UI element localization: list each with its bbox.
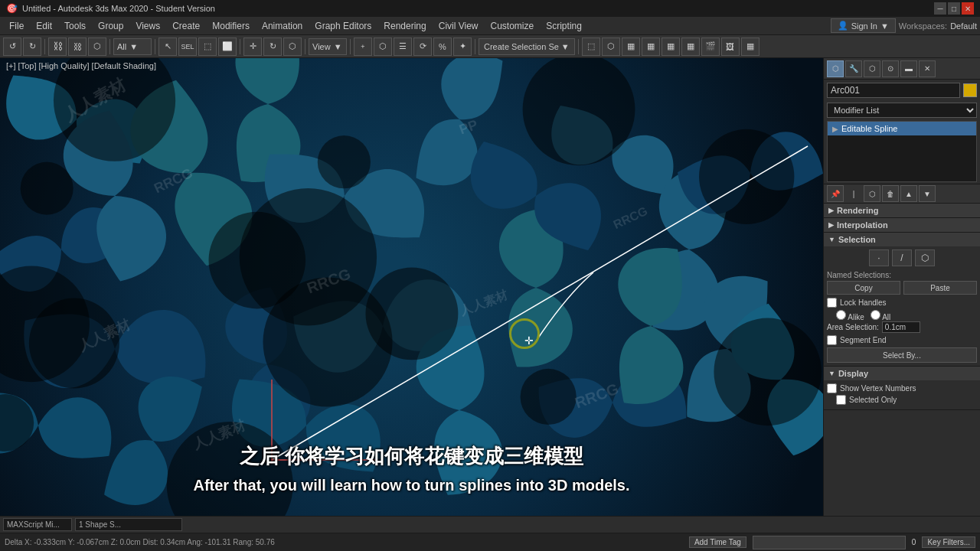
object-name-row [824, 80, 980, 101]
display2-button[interactable]: ▦ [642, 37, 660, 56]
toolbar-separator-7 [475, 39, 475, 54]
panel-icon-hierarchy[interactable]: ⬡ [864, 60, 880, 77]
sub-icon-config[interactable]: ⬡ [864, 185, 880, 202]
menu-tools[interactable]: Tools [58, 17, 92, 35]
pivot-button[interactable]: + [354, 37, 372, 56]
create-selection-button[interactable]: Create Selection Se ▼ [479, 38, 575, 55]
snap-button[interactable]: ✦ [453, 37, 472, 56]
maximize-button[interactable]: □ [948, 2, 960, 15]
sub-icon-delete[interactable]: 🗑 [882, 185, 899, 202]
menu-group[interactable]: Group [92, 17, 129, 35]
named-selections-row: Named Selections: Copy Paste [827, 271, 977, 295]
select-by-button[interactable]: Select By... [827, 347, 977, 363]
ref-button[interactable]: ☰ [394, 37, 412, 56]
panel-icon-modify[interactable]: 🔧 [845, 60, 862, 77]
panel-icon-motion[interactable]: ⊙ [882, 60, 899, 77]
paste-button[interactable]: Paste [903, 281, 977, 295]
bind-button[interactable]: ⬡ [88, 37, 106, 56]
menu-bar: File Edit Tools Group Views Create Modif… [0, 17, 980, 35]
filter-dropdown[interactable]: All ▼ [113, 38, 152, 55]
view-dropdown[interactable]: View ▼ [309, 38, 347, 55]
scale-button[interactable]: ⬡ [283, 37, 302, 56]
selection-header[interactable]: ▼ Selection [824, 233, 980, 246]
alike-radio[interactable] [836, 310, 846, 320]
area-selection-input[interactable] [882, 321, 920, 333]
add-time-tag-button[interactable]: Add Time Tag [689, 536, 746, 548]
display4-button[interactable]: ▦ [681, 37, 700, 56]
object-name-input[interactable] [827, 83, 960, 98]
display3-button[interactable]: ▦ [662, 37, 680, 56]
menu-scripting[interactable]: Scripting [540, 17, 588, 35]
viewport[interactable]: ✛ [+] [Top] [High Quality] [Default Shad… [0, 58, 823, 516]
redo-button[interactable]: ↻ [23, 37, 41, 56]
menu-animation[interactable]: Animation [256, 17, 309, 35]
title-bar-controls: ─ □ ✕ [934, 2, 974, 15]
region-select-button[interactable]: ⬚ [198, 37, 217, 56]
angle-button[interactable]: ⟳ [413, 37, 432, 56]
modifier-editable-spline[interactable]: ▶ Editable Spline [828, 122, 976, 135]
show-vertex-checkbox[interactable] [827, 383, 837, 393]
sel-icon-spline[interactable]: ⬡ [915, 249, 935, 266]
area-selection-label: Area Selection: [827, 323, 879, 331]
display-label: Display [838, 369, 868, 378]
sub-icon-pin[interactable]: 📌 [827, 185, 844, 202]
menu-file[interactable]: File [3, 17, 30, 35]
select-button[interactable]: ↖ [158, 37, 177, 56]
menu-modifiers[interactable]: Modifiers [206, 17, 256, 35]
right-panel: ⬡ 🔧 ⬡ ⊙ ▬ ✕ Modifier List ▶ Editable Spl… [823, 58, 980, 516]
interpolation-header[interactable]: ▶ Interpolation [824, 218, 980, 232]
panel-icon-create[interactable]: ⬡ [827, 60, 844, 77]
sub-icon-up[interactable]: ▲ [900, 185, 917, 202]
all-radio[interactable] [871, 310, 880, 320]
panel-icon-utilities[interactable]: ✕ [919, 60, 936, 77]
copy-button[interactable]: Copy [827, 281, 900, 295]
bottom-bar: MAXScript Mi... 1 Shape S... [0, 516, 980, 533]
display-section-header[interactable]: ▼ Display [824, 367, 980, 380]
object-color-swatch[interactable] [963, 83, 977, 97]
sel-icon-vertex[interactable]: · [869, 249, 889, 266]
menu-create[interactable]: Create [166, 17, 206, 35]
maxscript-mini[interactable]: MAXScript Mi... [3, 518, 72, 531]
alike-label: Alike [848, 313, 864, 321]
undo-button[interactable]: ↺ [3, 37, 21, 56]
display-button[interactable]: ▦ [622, 37, 640, 56]
interpolation-section: ▶ Interpolation [824, 218, 980, 233]
move-button[interactable]: ✛ [243, 37, 262, 56]
time-slider[interactable] [753, 536, 906, 549]
lock-handles-checkbox[interactable] [827, 298, 837, 308]
menu-rendering[interactable]: Rendering [377, 17, 432, 35]
layers-button[interactable]: ⬚ [582, 37, 600, 56]
select-name-button[interactable]: SEL [178, 37, 197, 56]
key-filters-button[interactable]: Key Filters... [922, 536, 975, 548]
layers2-button[interactable]: ⬡ [602, 37, 620, 56]
sign-in-button[interactable]: 👤 Sign In ▼ [831, 18, 896, 33]
rendering-header[interactable]: ▶ Rendering [824, 204, 980, 217]
segment-end-checkbox[interactable] [827, 335, 837, 345]
render-frame-button[interactable]: ▦ [741, 37, 760, 56]
lock-handles-label: Lock Handles [840, 298, 887, 307]
subtitle-chinese: 之后 你将学习如何将花键变成三维模型 [0, 443, 823, 470]
close-button[interactable]: ✕ [962, 2, 974, 15]
link-button[interactable]: ⛓ [48, 37, 67, 56]
menu-edit[interactable]: Edit [30, 17, 58, 35]
offset-button[interactable]: ⬡ [374, 37, 392, 56]
minimize-button[interactable]: ─ [934, 2, 946, 15]
render-setup-button[interactable]: 🎬 [701, 37, 720, 56]
menu-views[interactable]: Views [129, 17, 166, 35]
modifier-list-dropdown[interactable]: Modifier List [827, 103, 977, 118]
render-button[interactable]: 🖼 [721, 37, 740, 56]
svg-line-0 [272, 146, 808, 460]
menu-customize[interactable]: Customize [485, 17, 541, 35]
panel-icon-display[interactable]: ▬ [900, 60, 917, 77]
selected-only-checkbox[interactable] [836, 395, 846, 405]
menu-graph-editors[interactable]: Graph Editors [309, 17, 377, 35]
frame-number: 0 [912, 538, 916, 546]
window-crossing-button[interactable]: ⬜ [218, 37, 237, 56]
menu-civil-view[interactable]: Civil View [433, 17, 485, 35]
percent-button[interactable]: % [433, 37, 452, 56]
main-area: ✛ [+] [Top] [High Quality] [Default Shad… [0, 58, 980, 516]
sel-icon-segment[interactable]: / [892, 249, 912, 266]
unlink-button[interactable]: ⛓ [68, 37, 87, 56]
rotate-button[interactable]: ↻ [263, 37, 282, 56]
sub-icon-down[interactable]: ▼ [919, 185, 936, 202]
